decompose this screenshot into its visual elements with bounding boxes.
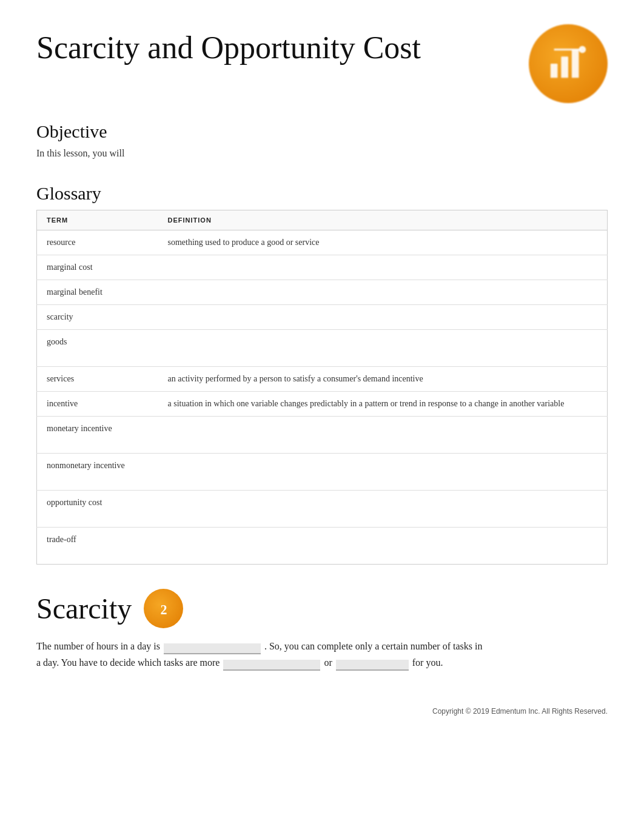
table-row xyxy=(158,280,608,305)
svg-rect-1 xyxy=(561,56,568,78)
objective-text: In this lesson, you will xyxy=(36,148,608,159)
table-row: opportunity cost xyxy=(37,491,158,528)
scarcity-section: Scarcity 2 The number of hours in a day … xyxy=(36,589,608,671)
scarcity-text-3: a day. You have to decide which tasks ar… xyxy=(36,657,220,668)
blank-3 xyxy=(336,660,409,671)
glossary-heading: Glossary xyxy=(36,183,608,204)
table-row: marginal benefit xyxy=(37,280,158,305)
table-row: resource xyxy=(37,230,158,255)
table-row: monetary incentive xyxy=(37,417,158,454)
col-header-def: DEFINITION xyxy=(158,210,608,230)
glossary-section: Glossary TERM DEFINITION resourcesomethi… xyxy=(36,183,608,565)
table-row: a situation in which one variable change… xyxy=(158,392,608,417)
scarcity-paragraph: The number of hours in a day is . So, yo… xyxy=(36,638,608,671)
scarcity-icon-graphic: 2 xyxy=(153,599,174,619)
footer-text: Copyright © 2019 Edmentum Inc. All Right… xyxy=(432,707,608,716)
table-row xyxy=(158,417,608,454)
scarcity-icon: 2 xyxy=(144,589,183,628)
table-row xyxy=(158,305,608,330)
scarcity-text-5: for you. xyxy=(412,657,443,668)
svg-rect-2 xyxy=(572,50,579,78)
blank-1 xyxy=(164,643,261,654)
scarcity-title: Scarcity xyxy=(36,592,132,625)
scarcity-header: Scarcity 2 xyxy=(36,589,608,628)
scarcity-text-1: The number of hours in a day is xyxy=(36,641,160,651)
table-row: trade-off xyxy=(37,528,158,565)
table-row xyxy=(158,454,608,491)
blank-2 xyxy=(223,660,320,671)
table-row: services xyxy=(37,367,158,392)
table-row: incentive xyxy=(37,392,158,417)
footer: Copyright © 2019 Edmentum Inc. All Right… xyxy=(36,707,608,716)
table-row xyxy=(158,255,608,280)
glossary-table: TERM DEFINITION resourcesomething used t… xyxy=(36,210,608,565)
table-row xyxy=(158,528,608,565)
page-title: Scarcity and Opportunity Cost xyxy=(36,30,421,65)
table-row: something used to produce a good or serv… xyxy=(158,230,608,255)
scarcity-text-2: . So, you can complete only a certain nu… xyxy=(264,641,482,651)
table-row: goods xyxy=(37,330,158,367)
table-row xyxy=(158,491,608,528)
objective-section: Objective In this lesson, you will xyxy=(36,121,608,159)
chart-icon xyxy=(547,42,589,85)
table-row xyxy=(158,330,608,367)
objective-heading: Objective xyxy=(36,121,608,142)
svg-rect-0 xyxy=(551,64,558,78)
svg-text:2: 2 xyxy=(160,602,167,617)
table-row: scarcity xyxy=(37,305,158,330)
scarcity-text-4: or xyxy=(324,657,332,668)
col-header-term: TERM xyxy=(37,210,158,230)
header-icon xyxy=(529,24,608,103)
table-row: marginal cost xyxy=(37,255,158,280)
table-row: an activity performed by a person to sat… xyxy=(158,367,608,392)
table-row: nonmonetary incentive xyxy=(37,454,158,491)
